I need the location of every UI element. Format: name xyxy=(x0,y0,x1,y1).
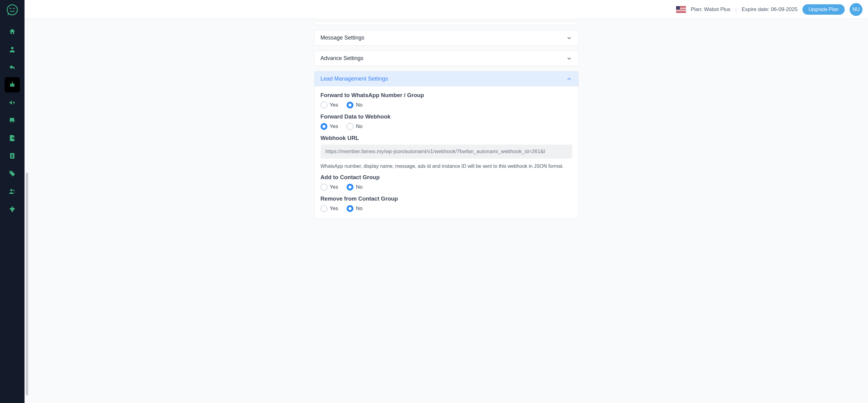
webhook-hint: WhatsApp number, display name, message, … xyxy=(320,164,572,169)
expire-label: Expire date: 06-09-2025 xyxy=(742,6,798,12)
nav-tags[interactable] xyxy=(5,166,20,181)
panel-lead-management: Lead Management Settings Forward to What… xyxy=(314,71,579,219)
radio-icon xyxy=(347,102,353,108)
svg-point-3 xyxy=(11,85,12,86)
field-label-forward-whatsapp: Forward to WhatsApp Number / Group xyxy=(320,92,572,99)
field-label-remove-contact-group: Remove from Contact Group xyxy=(320,195,572,202)
nav-team[interactable] xyxy=(5,184,20,199)
radio-forward-webhook-no[interactable]: No xyxy=(347,123,363,130)
radio-label: No xyxy=(356,124,363,130)
panel-header-lead-management[interactable]: Lead Management Settings xyxy=(314,71,578,86)
app-logo xyxy=(5,3,19,16)
flag-us-icon[interactable] xyxy=(676,6,686,13)
plan-label: Plan: Wabot Plus xyxy=(691,6,731,12)
radio-add-contact-group-no[interactable]: No xyxy=(347,184,363,191)
radio-icon xyxy=(347,123,353,130)
panel-title: Message Settings xyxy=(320,35,365,41)
chevron-up-icon xyxy=(566,76,572,82)
field-label-add-contact-group: Add to Contact Group xyxy=(320,174,572,181)
svg-point-11 xyxy=(13,190,14,191)
radio-forward-webhook-yes[interactable]: Yes xyxy=(320,123,338,130)
radio-forward-whatsapp-no[interactable]: No xyxy=(347,102,363,108)
panel-header-advance-settings[interactable]: Advance Settings xyxy=(314,51,578,66)
svg-point-0 xyxy=(7,5,18,15)
panel-header-message-settings[interactable]: Message Settings xyxy=(314,30,578,45)
nav-contacts[interactable] xyxy=(5,148,20,164)
radio-label: Yes xyxy=(330,102,338,108)
nav-bot[interactable] xyxy=(5,77,20,93)
nav-export[interactable] xyxy=(5,130,20,146)
svg-point-4 xyxy=(13,85,14,86)
panel-previous-stub xyxy=(314,22,579,25)
nav-chat[interactable] xyxy=(5,113,20,128)
radio-forward-whatsapp-yes[interactable]: Yes xyxy=(320,102,338,108)
chevron-down-icon xyxy=(566,35,572,41)
sidebar xyxy=(0,0,25,403)
radio-label: Yes xyxy=(330,184,338,190)
upgrade-plan-button[interactable]: Upgrade Plan xyxy=(802,4,845,15)
avatar[interactable]: NU xyxy=(849,3,863,16)
radio-icon xyxy=(320,184,327,191)
content-scroll[interactable]: Message Settings Advance Settings Lead M… xyxy=(25,19,868,403)
nav-integrations[interactable] xyxy=(5,201,20,217)
svg-rect-2 xyxy=(10,83,14,87)
field-label-forward-webhook: Forward Data to Webhook xyxy=(320,113,572,120)
topbar: Plan: Wabot Plus | Expire date: 06-09-20… xyxy=(25,0,868,19)
svg-point-1 xyxy=(11,47,13,49)
svg-point-6 xyxy=(12,82,13,83)
scrollbar[interactable] xyxy=(26,19,28,403)
radio-icon xyxy=(320,102,327,108)
radio-label: No xyxy=(356,205,363,212)
radio-remove-contact-group-yes[interactable]: Yes xyxy=(320,205,338,212)
field-label-webhook-url: Webhook URL xyxy=(320,135,572,141)
radio-icon xyxy=(320,205,327,212)
svg-rect-5 xyxy=(12,82,12,83)
radio-icon xyxy=(347,205,353,212)
divider: | xyxy=(735,6,737,12)
nav-reply[interactable] xyxy=(5,59,20,75)
nav-profile[interactable] xyxy=(5,42,20,57)
radio-icon xyxy=(320,123,327,130)
panel-title: Advance Settings xyxy=(320,55,364,62)
svg-point-10 xyxy=(10,189,12,191)
nav-home[interactable] xyxy=(5,24,20,39)
radio-label: No xyxy=(356,102,363,108)
panel-message-settings: Message Settings xyxy=(314,30,579,46)
nav-campaign[interactable] xyxy=(5,95,20,110)
radio-label: Yes xyxy=(330,124,338,130)
radio-icon xyxy=(347,184,353,191)
panel-title: Lead Management Settings xyxy=(320,76,388,82)
panel-advance-settings: Advance Settings xyxy=(314,51,579,66)
chevron-down-icon xyxy=(566,56,572,62)
webhook-url-input[interactable] xyxy=(320,144,572,159)
radio-add-contact-group-yes[interactable]: Yes xyxy=(320,184,338,191)
svg-point-8 xyxy=(12,155,13,156)
radio-label: No xyxy=(356,184,363,190)
radio-remove-contact-group-no[interactable]: No xyxy=(347,205,363,212)
radio-label: Yes xyxy=(330,205,338,212)
